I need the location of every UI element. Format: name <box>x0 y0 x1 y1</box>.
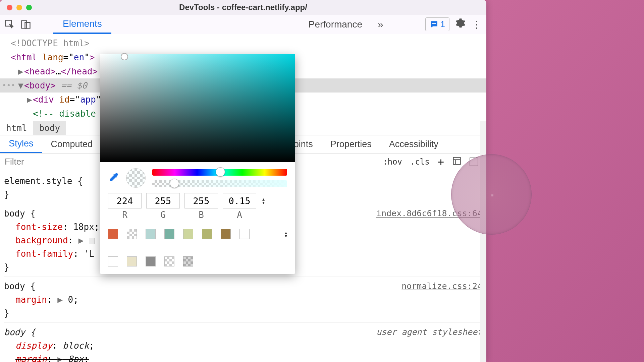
svg-rect-4 <box>453 157 461 164</box>
breadcrumb-html[interactable]: html <box>0 121 33 135</box>
tab-performance[interactable]: Performance <box>299 15 372 34</box>
swatch[interactable] <box>183 256 193 266</box>
new-style-rule-icon[interactable]: + <box>438 156 444 168</box>
device-toolbar-icon[interactable] <box>21 19 31 29</box>
swatch[interactable] <box>202 229 212 239</box>
r-label: R <box>108 210 142 220</box>
titlebar: DevTools - coffee-cart.netlify.app/ <box>0 0 486 15</box>
color-preview <box>126 168 146 188</box>
hover-toggle[interactable]: :hov <box>383 157 402 167</box>
expand-triangle-icon[interactable]: ▶ <box>57 295 63 305</box>
color-picker: ▴▾ R G B A ▴▾ <box>100 54 295 274</box>
alpha-thumb[interactable] <box>170 179 179 188</box>
window-controls <box>7 5 32 10</box>
svg-rect-2 <box>25 22 30 28</box>
issues-badge[interactable]: 1 <box>425 17 449 31</box>
cls-toggle[interactable]: .cls <box>410 157 430 167</box>
color-swatches: ▴▾ <box>100 229 295 274</box>
source-link[interactable]: normalize.css:24 <box>401 280 482 293</box>
dom-doctype: <!DOCTYPE html> <box>11 38 90 48</box>
main-toolbar: Elements Performance » 1 ⋮ <box>0 15 486 34</box>
saturation-value-field[interactable] <box>100 54 295 162</box>
swatch[interactable] <box>221 229 231 239</box>
message-icon <box>430 20 438 29</box>
swatch[interactable] <box>146 256 156 266</box>
g-input[interactable] <box>146 193 180 208</box>
swatch[interactable] <box>164 256 174 266</box>
b-input[interactable] <box>184 193 218 208</box>
g-label: G <box>146 210 180 220</box>
more-options-icon[interactable]: ⋮ <box>472 18 482 30</box>
hue-thumb[interactable] <box>216 167 225 177</box>
node-actions-icon[interactable]: ••• <box>2 78 15 93</box>
eyedropper-magnifier <box>451 154 532 235</box>
a-input[interactable] <box>223 193 256 208</box>
alpha-slider[interactable] <box>152 180 287 187</box>
swatch[interactable] <box>164 229 174 239</box>
breadcrumb-body[interactable]: body <box>33 121 66 135</box>
swatch[interactable] <box>127 256 137 266</box>
more-tabs-icon[interactable]: » <box>378 19 383 30</box>
sv-handle[interactable] <box>121 53 128 60</box>
eyedropper-icon[interactable] <box>108 172 119 184</box>
subtab-properties[interactable]: Properties <box>322 135 380 153</box>
dom-comment: <!-- disable <box>33 109 96 119</box>
subtab-accessibility[interactable]: Accessibility <box>380 135 447 153</box>
inspect-element-icon[interactable] <box>5 19 15 29</box>
tab-performance-label: Performance <box>309 19 362 30</box>
zoom-window-button[interactable] <box>26 5 32 10</box>
r-input[interactable] <box>108 193 142 208</box>
expand-triangle-icon[interactable]: ▶ <box>78 235 84 245</box>
rule-user-agent: user agent stylesheet body { display: bl… <box>4 323 482 362</box>
panel-tabs: Elements Performance <box>53 15 372 34</box>
expand-triangle-icon[interactable]: ▶ <box>27 93 33 107</box>
format-stepper[interactable]: ▴▾ <box>262 197 265 204</box>
svg-rect-3 <box>432 23 436 23</box>
a-label: A <box>223 210 256 220</box>
source-label: user agent stylesheet <box>376 325 482 339</box>
issues-count: 1 <box>440 19 445 29</box>
tab-elements[interactable]: Elements <box>53 15 111 34</box>
subtab-computed[interactable]: Computed <box>42 135 102 153</box>
swatch-stepper[interactable]: ▴▾ <box>285 231 287 238</box>
window-title: DevTools - coffee-cart.netlify.app/ <box>0 3 486 12</box>
b-label: B <box>184 210 218 220</box>
swatch[interactable] <box>239 229 250 239</box>
settings-icon[interactable] <box>455 18 466 31</box>
swatch[interactable] <box>146 229 156 239</box>
content-area: <!DOCTYPE html> <html lang="en"> ▶<head>… <box>0 34 486 362</box>
devtools-window: DevTools - coffee-cart.netlify.app/ Elem… <box>0 0 486 362</box>
svg-rect-1 <box>22 20 27 28</box>
close-window-button[interactable] <box>7 5 12 10</box>
color-swatch[interactable] <box>89 238 95 244</box>
hue-slider[interactable] <box>152 169 287 176</box>
rule-normalize-css: normalize.css:24 body { margin: ▶ 0; } <box>4 277 482 323</box>
swatch[interactable] <box>127 229 137 239</box>
swatch[interactable] <box>108 256 118 266</box>
expand-triangle-icon[interactable]: ▶ <box>18 64 24 78</box>
tab-elements-label: Elements <box>63 18 102 29</box>
minimize-window-button[interactable] <box>16 5 22 10</box>
computed-styles-icon[interactable] <box>452 156 462 168</box>
swatch[interactable] <box>108 229 118 239</box>
swatch[interactable] <box>183 229 193 239</box>
subtab-styles[interactable]: Styles <box>0 135 42 153</box>
